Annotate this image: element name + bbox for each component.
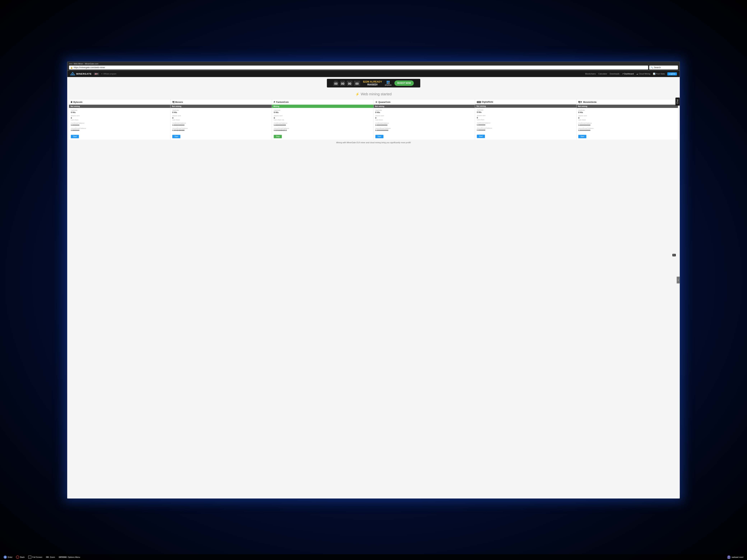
unconfirmed-label-2: Unconfirmed balance (274, 128, 371, 129)
coin-name-1: Monero (175, 101, 183, 103)
logout-button[interactable]: LogOut (667, 72, 677, 75)
enter-label: Enter (8, 556, 12, 558)
fullscreen-button[interactable]: □ Full Screen (28, 556, 42, 559)
coin-stats-4: Hashrate 0 H/s Shares sent 0 Last share … (475, 108, 576, 134)
polybius-text: polybius (385, 84, 392, 86)
unconfirmed-row-3: Unconfirmed balance 0.0000000000000 (375, 128, 473, 131)
back-button[interactable]: ○ Back (16, 556, 24, 559)
minutes-label: MINUTES (347, 81, 353, 82)
confirmed-value-4: 0.00000000 (477, 124, 574, 126)
polybius-logo: polybius (385, 80, 392, 86)
shares-row-1: Shares sent 0 Last share (172, 115, 270, 121)
coin-column-monetaverde: Ɱ✦ MonetaVerde Not mining Hashrate 0 H/s… (576, 99, 678, 140)
mining-grid: Ƀ Bytecoin Not mining Hashrate 0 H/s Sha… (69, 99, 678, 140)
coin-icon-3: ☆ (375, 101, 378, 103)
unconfirmed-row-1: Unconfirmed balance 0.000484996988 (172, 128, 270, 131)
days-value: 00 (333, 82, 339, 86)
shares-value-2: 0 (274, 117, 371, 119)
countdown-hours: HOURS 00 (340, 81, 345, 86)
seconds-label: SECONDS (354, 81, 360, 82)
hashrate-label-2: Hashrate (274, 109, 371, 111)
hashrate-label-5: Hashrate (578, 109, 676, 111)
shares-label-3: Shares sent (375, 115, 473, 117)
nav-calculator[interactable]: Calculator (598, 73, 607, 75)
chat-tab[interactable]: Chat (675, 98, 680, 106)
unconfirmed-label-0: Unconfirmed balance (71, 128, 169, 129)
r2-label: R2 (672, 254, 676, 256)
invest-button[interactable]: INVEST NOW (394, 80, 414, 86)
dashboard-icon: ↗ (622, 73, 624, 75)
svg-rect-5 (388, 82, 390, 84)
coin-column-monero: Ɱ Monero Not mining Hashrate 0 H/s Share… (171, 99, 272, 140)
coin-action-button-0[interactable]: Start (71, 135, 79, 138)
days-label: DAYS (333, 81, 339, 82)
confirmed-value-5: 0.000000000000 (578, 124, 676, 126)
coin-action-button-5[interactable]: Start (578, 135, 586, 138)
search-bar[interactable]: 🔍 Search (649, 65, 678, 70)
controller-bar: ✕ Enter ○ Back □ Full Screen R3 Zoom OPT… (0, 554, 747, 560)
hashrate-label-3: Hashrate (375, 109, 473, 111)
flag-icon: 🇺🇸 (95, 73, 97, 75)
coin-action-button-1[interactable]: Start (172, 135, 180, 138)
unconfirmed-label-5: Unconfirmed balance (578, 128, 676, 129)
hours-value: 00 (340, 82, 345, 86)
nav-pool-stats[interactable]: 📊 Pool Stats (653, 73, 665, 75)
user-name: sarkawt noori (732, 556, 743, 558)
coin-icon-1: Ɱ (172, 101, 174, 103)
coin-name-3: QuazarCoin (378, 101, 390, 103)
coin-header-1: Ɱ Monero (171, 99, 272, 105)
confirmed-row-0: Confirmed balance 0.00000000 (71, 122, 169, 126)
coin-action-button-4[interactable]: Start (477, 135, 485, 138)
shares-label-4: Shares sent (477, 115, 574, 116)
address-bar[interactable]: 🔒 https://minergate.com/web-miner (69, 65, 648, 70)
shares-row-3: Shares sent 0 Last share (375, 115, 473, 121)
confirmed-row-1: Confirmed balance 0.000000000000 (172, 122, 270, 126)
nav-arrow[interactable]: › (677, 276, 680, 284)
shares-value-3: 0 (375, 117, 473, 119)
last-share-label-2: Last share n/a (274, 119, 371, 121)
coin-action-button-3[interactable]: Start (375, 135, 383, 138)
lock-icon: 🔒 (70, 66, 73, 69)
unconfirmed-row-5: Unconfirmed balance 0.000000000000 (578, 128, 676, 131)
unconfirmed-value-1: 0.000484996988 (172, 129, 270, 131)
svg-rect-2 (387, 81, 388, 82)
nav-flag[interactable]: 🇺🇸 ▾ (94, 73, 99, 75)
nav-blockchains[interactable]: Blockchains (585, 73, 596, 75)
svg-rect-4 (387, 82, 388, 84)
hashrate-label-0: Hashrate (71, 109, 169, 111)
unconfirmed-value-5: 0.000000000000 (578, 129, 676, 131)
ad-banner: DAYS 00 HOURS 00 MINUTES 00 SECONDS 00 $… (327, 79, 420, 87)
seconds-value: 00 (354, 82, 360, 86)
nav-downloads[interactable]: Downloads (610, 73, 619, 75)
coin-action-button-2[interactable]: Stop (274, 135, 282, 138)
shares-label-2: Shares sent (274, 115, 371, 117)
zoom-button[interactable]: R3 Zoom (46, 556, 55, 558)
nav-cloud-mining[interactable]: ☁ Cloud Mining (636, 73, 650, 75)
unconfirmed-label-1: Unconfirmed balance (172, 128, 270, 129)
shares-value-5: 0 (578, 117, 676, 119)
coin-column-fantomcoin: F FantomCoin Mining Hashrate 0 H/s Share… (272, 99, 374, 140)
ad-amount: $22M ALREADY (363, 80, 382, 83)
nav-logo-text: MINERGATE (76, 73, 92, 75)
coin-name-2: FantomCoin (276, 101, 289, 103)
svg-marker-1 (71, 73, 74, 75)
minutes-value: 00 (347, 82, 353, 86)
confirmed-value-3: 0.000000000000 (375, 124, 473, 126)
ad-line1: $22M ALREADY (363, 80, 382, 83)
hashrate-row-0: Hashrate 0 H/s (71, 109, 169, 113)
nav-bar: MINERGATE 🇺🇸 ▾ ✦ Affiliate program Block… (67, 71, 680, 77)
browser-title: Web Miner - MinerGate.com (74, 63, 98, 65)
coin-icon-2: F (274, 101, 275, 103)
mining-icon: ⚡ (355, 92, 359, 96)
hashrate-value-0: 0 H/s (71, 111, 169, 113)
unconfirmed-value-4: 0.00000000 (477, 129, 574, 131)
nav-dashboard[interactable]: ↗ Dashboard (622, 73, 634, 75)
mining-started-text: Web mining started (361, 92, 392, 96)
shares-row-5: Shares sent 0 Last share (578, 115, 676, 121)
options-menu-button[interactable]: OPTIONS Options Menu (58, 556, 80, 558)
status-bar-2: Mining (272, 105, 373, 108)
coin-name-0: Bytecoin (73, 101, 82, 103)
shares-label-0: Shares sent (71, 115, 169, 117)
shares-label-1: Shares sent (172, 115, 270, 117)
enter-button[interactable]: ✕ Enter (4, 556, 12, 559)
